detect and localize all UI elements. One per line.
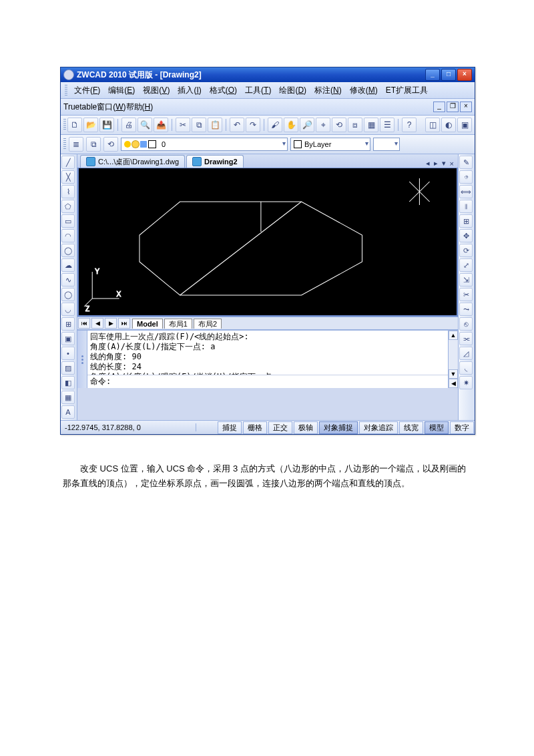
tab-scroll-right-button[interactable]: ▸ <box>433 159 439 168</box>
design-center-button[interactable]: ⧈ <box>348 118 362 132</box>
line-button[interactable]: ╱ <box>61 156 75 169</box>
fillet-button[interactable]: ◟ <box>459 361 473 375</box>
digitizer-toggle[interactable]: 数字 <box>450 421 474 434</box>
grid-toggle[interactable]: 栅格 <box>243 421 267 434</box>
paste-button[interactable]: 📋 <box>208 118 222 132</box>
coordinates-readout[interactable]: -122.9745, 317.8288, 0 <box>61 423 196 431</box>
scroll-up-icon[interactable]: ▲ <box>449 331 458 340</box>
layout-last-button[interactable]: ⏭ <box>118 318 130 329</box>
mirror-button[interactable]: ⟺ <box>459 185 473 198</box>
menu-window[interactable]: 窗口(W) <box>97 102 125 113</box>
render-button[interactable]: ◐ <box>441 118 456 132</box>
ortho-toggle[interactable]: 正交 <box>268 421 292 434</box>
zoom-window-button[interactable]: ⌖ <box>316 118 330 132</box>
menu-file[interactable]: 文件(F) <box>70 84 104 97</box>
break-button[interactable]: ⎋ <box>459 317 473 331</box>
polyline-button[interactable]: ⌇ <box>61 185 75 198</box>
print-button[interactable]: 🖨 <box>121 118 136 132</box>
save-button[interactable]: 💾 <box>99 118 114 132</box>
menu-tools[interactable]: 工具(T) <box>241 84 275 97</box>
menu-insert[interactable]: 插入(I) <box>174 84 205 97</box>
document-tab-drawing1[interactable]: C:\...\桌面\Drawing1.dwg <box>80 155 185 168</box>
mdi-close-button[interactable]: × <box>460 102 472 112</box>
document-tab-drawing2[interactable]: Drawing2 <box>186 155 244 168</box>
move-button[interactable]: ✥ <box>459 229 473 242</box>
match-prop-button[interactable]: 🖌 <box>268 118 282 132</box>
offset-button[interactable]: ⫴ <box>459 200 473 213</box>
model-toggle[interactable]: 模型 <box>425 421 449 434</box>
model-tab[interactable]: Model <box>132 319 163 329</box>
trim-button[interactable]: ✂ <box>459 288 473 301</box>
menu-edit[interactable]: 编辑(E) <box>104 84 139 97</box>
point-button[interactable]: • <box>61 347 75 360</box>
maximize-button[interactable]: □ <box>441 69 456 81</box>
redo-button[interactable]: ↷ <box>246 118 260 132</box>
join-button[interactable]: ⫘ <box>459 332 473 345</box>
lwt-toggle[interactable]: 线宽 <box>399 421 423 434</box>
ellipse-button[interactable]: ◯ <box>61 288 75 301</box>
extend-button[interactable]: ⤳ <box>459 303 473 316</box>
hatch-button[interactable]: ▨ <box>61 361 75 375</box>
tab-close-button[interactable]: × <box>449 160 455 168</box>
menu-modify[interactable]: 修改(M) <box>346 84 382 97</box>
snap-toggle[interactable]: 捕捉 <box>218 421 242 434</box>
scroll-left-icon[interactable]: ◀ <box>449 379 458 388</box>
undo-button[interactable]: ↶ <box>230 118 244 132</box>
layout2-tab[interactable]: 布局2 <box>194 319 222 329</box>
chamfer-button[interactable]: ◿ <box>459 347 473 360</box>
mdi-minimize-button[interactable]: _ <box>433 102 445 112</box>
layer-states-button[interactable]: ⧉ <box>86 137 101 152</box>
tab-dropdown-button[interactable]: ▾ <box>441 159 447 168</box>
polar-toggle[interactable]: 极轴 <box>294 421 318 434</box>
ellipse-arc-button[interactable]: ◡ <box>61 303 75 316</box>
circle-button[interactable]: ◯ <box>61 244 75 257</box>
print-preview-button[interactable]: 🔍 <box>138 118 152 132</box>
explode-button[interactable]: ✷ <box>459 376 473 389</box>
command-input[interactable] <box>111 377 445 387</box>
layout1-tab[interactable]: 布局1 <box>164 319 192 329</box>
osnap-toggle[interactable]: 对象捕捉 <box>319 421 358 434</box>
menu-truetable[interactable]: Truetable <box>63 102 97 112</box>
copy-button[interactable]: ⧉ <box>192 118 206 132</box>
layer-previous-button[interactable]: ⟲ <box>103 137 118 152</box>
material-button[interactable]: ▣ <box>457 118 472 132</box>
menu-et-extend[interactable]: ET扩展工具 <box>382 84 432 97</box>
erase-button[interactable]: ✎ <box>459 156 473 169</box>
pan-button[interactable]: ✋ <box>284 118 298 132</box>
mtext-button[interactable]: A <box>61 405 75 419</box>
menu-draw[interactable]: 绘图(D) <box>275 84 310 97</box>
command-grip-icon[interactable] <box>77 331 87 388</box>
zoom-realtime-button[interactable]: 🔎 <box>300 118 314 132</box>
region-button[interactable]: ◧ <box>61 376 75 389</box>
insert-block-button[interactable]: ⊞ <box>61 317 75 331</box>
copy-obj-button[interactable]: ం <box>459 170 473 184</box>
array-button[interactable]: ⊞ <box>459 214 473 228</box>
xline-button[interactable]: ╳ <box>61 170 75 184</box>
cut-button[interactable]: ✂ <box>176 118 190 132</box>
rectangle-button[interactable]: ▭ <box>61 214 75 228</box>
menu-dimension[interactable]: 标注(N) <box>310 84 346 97</box>
publish-button[interactable]: 📤 <box>154 118 168 132</box>
tool-palette-button[interactable]: ▦ <box>364 118 378 132</box>
command-scrollbar[interactable]: ▲ ▼ ◀ <box>448 331 458 388</box>
mdi-restore-button[interactable]: ❐ <box>447 102 459 112</box>
color-dropdown[interactable]: ByLayer <box>290 138 370 151</box>
3d-view-button[interactable]: ◫ <box>425 118 440 132</box>
close-button[interactable]: × <box>457 69 472 81</box>
rotate-button[interactable]: ⟳ <box>459 244 473 257</box>
stretch-button[interactable]: ⇲ <box>459 273 473 287</box>
menu-view[interactable]: 视图(V) <box>139 84 174 97</box>
drawing-canvas[interactable]: Y X Z <box>77 168 458 317</box>
open-button[interactable]: 📂 <box>83 118 98 132</box>
table-button[interactable]: ▦ <box>61 391 75 404</box>
command-history[interactable]: 回车使用上一次点/跟踪(F)/<线的起始点>: 角度(A)/长度(L)/指定下一… <box>87 331 448 375</box>
revcloud-button[interactable]: ☁ <box>61 258 75 272</box>
layout-first-button[interactable]: ⏮ <box>78 318 90 329</box>
scale-button[interactable]: ⤢ <box>459 258 473 272</box>
layout-prev-button[interactable]: ◀ <box>91 318 103 329</box>
help-button[interactable]: ? <box>402 118 417 132</box>
otrack-toggle[interactable]: 对象追踪 <box>359 421 398 434</box>
tab-scroll-left-button[interactable]: ◂ <box>425 159 431 168</box>
layer-dropdown[interactable]: 0 <box>121 138 288 151</box>
properties-button[interactable]: ☰ <box>380 118 394 132</box>
